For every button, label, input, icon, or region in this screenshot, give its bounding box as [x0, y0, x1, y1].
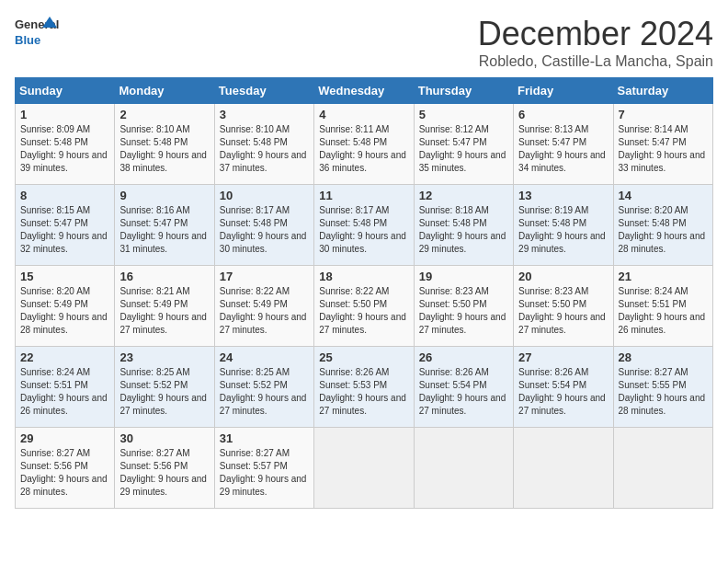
calendar-cell: 13 Sunrise: 8:19 AMSunset: 5:48 PMDaylig…	[514, 185, 613, 266]
day-number: 11	[319, 189, 408, 202]
calendar-row-2: 8 Sunrise: 8:15 AMSunset: 5:47 PMDayligh…	[16, 185, 713, 266]
day-number: 23	[119, 350, 209, 364]
weekday-header-row: SundayMondayTuesdayWednesdayThursdayFrid…	[16, 78, 713, 104]
header: General Blue December 2024 Robledo, Cast…	[15, 15, 713, 70]
day-info: Sunrise: 8:16 AMSunset: 5:47 PMDaylight:…	[119, 205, 207, 254]
calendar-cell: 4 Sunrise: 8:11 AMSunset: 5:48 PMDayligh…	[314, 104, 414, 185]
calendar-cell: 17 Sunrise: 8:22 AMSunset: 5:49 PMDaylig…	[214, 266, 313, 347]
day-info: Sunrise: 8:17 AMSunset: 5:48 PMDaylight:…	[220, 205, 307, 254]
calendar-cell: 18 Sunrise: 8:22 AMSunset: 5:50 PMDaylig…	[314, 266, 414, 347]
calendar-cell: 26 Sunrise: 8:26 AMSunset: 5:54 PMDaylig…	[414, 347, 513, 428]
day-number: 2	[119, 108, 209, 121]
day-info: Sunrise: 8:26 AMSunset: 5:53 PMDaylight:…	[319, 367, 406, 416]
calendar-cell: 30 Sunrise: 8:27 AMSunset: 5:56 PMDaylig…	[115, 428, 214, 509]
calendar-cell: 5 Sunrise: 8:12 AMSunset: 5:47 PMDayligh…	[414, 104, 513, 185]
calendar-cell	[314, 428, 414, 509]
day-number: 19	[419, 270, 508, 283]
day-number: 22	[20, 350, 109, 364]
calendar-cell: 24 Sunrise: 8:25 AMSunset: 5:52 PMDaylig…	[214, 347, 313, 428]
calendar-row-3: 15 Sunrise: 8:20 AMSunset: 5:49 PMDaylig…	[16, 266, 713, 347]
day-number: 15	[20, 270, 109, 283]
month-title: December 2024	[478, 15, 713, 53]
calendar-cell: 29 Sunrise: 8:27 AMSunset: 5:56 PMDaylig…	[16, 428, 115, 509]
day-info: Sunrise: 8:17 AMSunset: 5:48 PMDaylight:…	[319, 205, 406, 254]
day-number: 3	[220, 108, 309, 121]
day-number: 26	[419, 350, 508, 364]
weekday-header-thursday: Thursday	[414, 78, 513, 104]
day-number: 31	[220, 431, 309, 445]
day-info: Sunrise: 8:13 AMSunset: 5:47 PMDaylight:…	[518, 124, 606, 173]
calendar-cell: 3 Sunrise: 8:10 AMSunset: 5:48 PMDayligh…	[214, 104, 313, 185]
calendar-cell: 21 Sunrise: 8:24 AMSunset: 5:51 PMDaylig…	[613, 266, 712, 347]
day-number: 1	[20, 108, 109, 121]
svg-text:Blue: Blue	[15, 33, 40, 47]
calendar-cell: 25 Sunrise: 8:26 AMSunset: 5:53 PMDaylig…	[314, 347, 414, 428]
day-number: 13	[518, 189, 608, 202]
calendar-cell: 15 Sunrise: 8:20 AMSunset: 5:49 PMDaylig…	[16, 266, 115, 347]
day-info: Sunrise: 8:22 AMSunset: 5:50 PMDaylight:…	[319, 286, 406, 335]
day-number: 24	[220, 350, 309, 364]
day-number: 5	[419, 108, 508, 121]
location-title: Robledo, Castille-La Mancha, Spain	[478, 53, 713, 70]
weekday-header-friday: Friday	[514, 78, 613, 104]
calendar-cell: 1 Sunrise: 8:09 AMSunset: 5:48 PMDayligh…	[16, 104, 115, 185]
day-number: 20	[518, 270, 608, 283]
day-info: Sunrise: 8:15 AMSunset: 5:47 PMDaylight:…	[20, 205, 108, 254]
day-number: 30	[119, 431, 209, 445]
day-info: Sunrise: 8:20 AMSunset: 5:49 PMDaylight:…	[20, 286, 108, 335]
day-number: 7	[619, 108, 708, 121]
day-number: 12	[419, 189, 508, 202]
calendar-cell: 8 Sunrise: 8:15 AMSunset: 5:47 PMDayligh…	[16, 185, 115, 266]
day-number: 18	[319, 270, 408, 283]
day-number: 14	[619, 189, 708, 202]
weekday-header-tuesday: Tuesday	[214, 78, 313, 104]
day-info: Sunrise: 8:25 AMSunset: 5:52 PMDaylight:…	[220, 367, 307, 416]
calendar-cell	[613, 428, 712, 509]
day-info: Sunrise: 8:26 AMSunset: 5:54 PMDaylight:…	[419, 367, 506, 416]
calendar-cell: 2 Sunrise: 8:10 AMSunset: 5:48 PMDayligh…	[115, 104, 214, 185]
weekday-header-saturday: Saturday	[613, 78, 712, 104]
day-info: Sunrise: 8:21 AMSunset: 5:49 PMDaylight:…	[119, 286, 207, 335]
day-number: 29	[20, 431, 109, 445]
day-info: Sunrise: 8:12 AMSunset: 5:47 PMDaylight:…	[419, 124, 506, 173]
day-info: Sunrise: 8:09 AMSunset: 5:48 PMDaylight:…	[20, 124, 108, 173]
logo: General Blue	[15, 15, 61, 52]
calendar-cell: 6 Sunrise: 8:13 AMSunset: 5:47 PMDayligh…	[514, 104, 613, 185]
day-info: Sunrise: 8:20 AMSunset: 5:48 PMDaylight:…	[619, 205, 706, 254]
calendar-table: SundayMondayTuesdayWednesdayThursdayFrid…	[15, 77, 713, 509]
day-number: 25	[319, 350, 408, 364]
day-info: Sunrise: 8:18 AMSunset: 5:48 PMDaylight:…	[419, 205, 506, 254]
day-info: Sunrise: 8:10 AMSunset: 5:48 PMDaylight:…	[220, 124, 307, 173]
calendar-cell: 7 Sunrise: 8:14 AMSunset: 5:47 PMDayligh…	[613, 104, 712, 185]
calendar-cell: 12 Sunrise: 8:18 AMSunset: 5:48 PMDaylig…	[414, 185, 513, 266]
calendar-cell: 22 Sunrise: 8:24 AMSunset: 5:51 PMDaylig…	[16, 347, 115, 428]
day-number: 8	[20, 189, 109, 202]
weekday-header-wednesday: Wednesday	[314, 78, 414, 104]
calendar-row-4: 22 Sunrise: 8:24 AMSunset: 5:51 PMDaylig…	[16, 347, 713, 428]
day-number: 16	[119, 270, 209, 283]
day-info: Sunrise: 8:24 AMSunset: 5:51 PMDaylight:…	[619, 286, 706, 335]
weekday-header-monday: Monday	[115, 78, 214, 104]
calendar-cell: 31 Sunrise: 8:27 AMSunset: 5:57 PMDaylig…	[214, 428, 313, 509]
calendar-cell: 23 Sunrise: 8:25 AMSunset: 5:52 PMDaylig…	[115, 347, 214, 428]
day-info: Sunrise: 8:27 AMSunset: 5:57 PMDaylight:…	[220, 448, 307, 497]
calendar-cell: 10 Sunrise: 8:17 AMSunset: 5:48 PMDaylig…	[214, 185, 313, 266]
day-info: Sunrise: 8:24 AMSunset: 5:51 PMDaylight:…	[20, 367, 108, 416]
calendar-row-5: 29 Sunrise: 8:27 AMSunset: 5:56 PMDaylig…	[16, 428, 713, 509]
calendar-cell: 28 Sunrise: 8:27 AMSunset: 5:55 PMDaylig…	[613, 347, 712, 428]
day-number: 21	[619, 270, 708, 283]
calendar-cell: 27 Sunrise: 8:26 AMSunset: 5:54 PMDaylig…	[514, 347, 613, 428]
day-number: 28	[619, 350, 708, 364]
day-number: 10	[220, 189, 309, 202]
calendar-cell: 16 Sunrise: 8:21 AMSunset: 5:49 PMDaylig…	[115, 266, 214, 347]
day-number: 17	[220, 270, 309, 283]
day-number: 27	[518, 350, 608, 364]
day-info: Sunrise: 8:23 AMSunset: 5:50 PMDaylight:…	[518, 286, 606, 335]
day-info: Sunrise: 8:14 AMSunset: 5:47 PMDaylight:…	[619, 124, 706, 173]
day-info: Sunrise: 8:25 AMSunset: 5:52 PMDaylight:…	[119, 367, 207, 416]
day-info: Sunrise: 8:10 AMSunset: 5:48 PMDaylight:…	[119, 124, 207, 173]
day-number: 9	[119, 189, 209, 202]
day-info: Sunrise: 8:22 AMSunset: 5:49 PMDaylight:…	[220, 286, 307, 335]
day-info: Sunrise: 8:19 AMSunset: 5:48 PMDaylight:…	[518, 205, 606, 254]
calendar-cell	[414, 428, 513, 509]
